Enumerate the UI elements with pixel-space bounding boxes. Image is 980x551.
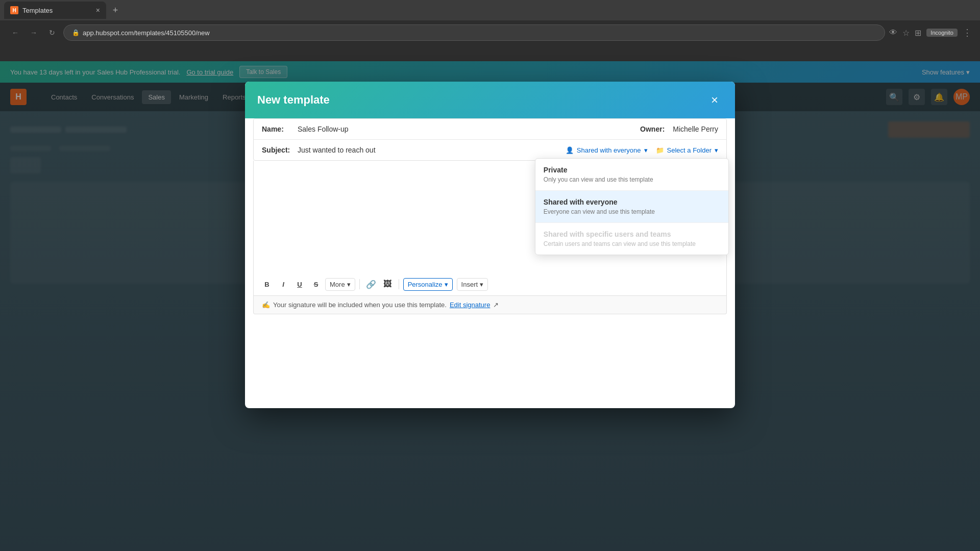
image-button[interactable]: 🖼	[380, 277, 395, 291]
folder-icon: 📁	[656, 146, 664, 154]
forward-button[interactable]: →	[27, 26, 41, 40]
bold-button[interactable]: B	[260, 277, 274, 291]
owner-value: Michelle Perry	[673, 125, 718, 133]
browser-chrome: H Templates × + ← → ↻ 🔒 app.hubspot.com/…	[0, 0, 980, 61]
eye-slash-icon: 👁	[889, 28, 897, 37]
link-button[interactable]: 🔗	[364, 277, 378, 291]
sharing-person-icon: 👤	[566, 146, 574, 154]
signature-icon: ✍	[262, 301, 270, 309]
sharing-option-specific[interactable]: Shared with specific users and teams Cer…	[535, 223, 728, 255]
incognito-badge: Incognito	[926, 29, 958, 37]
strikethrough-button[interactable]: S	[309, 277, 323, 291]
tab-close-button[interactable]: ×	[96, 6, 100, 14]
everyone-option-title: Shared with everyone	[544, 198, 720, 206]
signature-text: Your signature will be included when you…	[273, 301, 447, 309]
menu-icon[interactable]: ⋮	[963, 27, 972, 38]
refresh-button[interactable]: ↻	[45, 26, 59, 40]
page-background: You have 13 days left in your Sales Hub …	[0, 61, 980, 551]
more-dropdown-button[interactable]: More ▾	[325, 278, 355, 291]
sharing-option-everyone[interactable]: Shared with everyone Everyone can view a…	[535, 191, 728, 223]
back-button[interactable]: ←	[8, 26, 22, 40]
modal-close-button[interactable]: ×	[706, 92, 723, 108]
modal-header: New template ×	[245, 82, 735, 118]
edit-signature-link[interactable]: Edit signature	[450, 301, 491, 309]
italic-button[interactable]: I	[276, 277, 290, 291]
toolbar-separator-2	[399, 279, 399, 289]
specific-option-desc: Certain users and teams can view and use…	[544, 240, 720, 247]
new-tab-button[interactable]: +	[108, 3, 122, 17]
external-link-icon: ↗	[493, 301, 499, 309]
insert-chevron-icon: ▾	[480, 281, 483, 288]
private-option-desc: Only you can view and use this template	[544, 176, 720, 183]
layout-icon[interactable]: ⊞	[915, 28, 921, 38]
name-row: Name: Sales Follow-up Owner: Michelle Pe…	[254, 119, 726, 140]
browser-actions: 👁 ☆ ⊞ Incognito ⋮	[889, 27, 972, 38]
modal-title: New template	[257, 93, 330, 107]
new-template-modal: New template × Name: Sales Follow-up Own…	[245, 82, 735, 408]
sharing-option-private[interactable]: Private Only you can view and use this t…	[535, 159, 728, 191]
subject-value[interactable]: Just wanted to reach out	[298, 146, 566, 154]
toolbar-separator-1	[359, 279, 360, 289]
tab-favicon: H	[10, 6, 18, 14]
active-tab[interactable]: H Templates ×	[4, 2, 106, 19]
insert-dropdown-button[interactable]: Insert ▾	[457, 278, 488, 291]
owner-section: Owner: Michelle Perry	[640, 125, 718, 133]
sharing-label: Shared with everyone	[577, 146, 641, 154]
sharing-dropdown-trigger[interactable]: 👤 Shared with everyone ▾ Private Only yo…	[566, 146, 648, 154]
address-input[interactable]: 🔒 app.hubspot.com/templates/45105500/new	[63, 24, 885, 41]
underline-button[interactable]: U	[292, 277, 307, 291]
personalize-dropdown-button[interactable]: Personalize ▾	[403, 278, 453, 291]
sharing-chevron-icon: ▾	[644, 146, 648, 154]
tab-title: Templates	[22, 7, 53, 14]
subject-label: Subject:	[262, 146, 298, 154]
editor-toolbar: B I U S More ▾ 🔗 🖼 Personalize ▾	[253, 273, 727, 296]
everyone-option-desc: Everyone can view and use this template	[544, 208, 720, 215]
star-icon[interactable]: ☆	[902, 28, 910, 38]
modal-form: Name: Sales Follow-up Owner: Michelle Pe…	[253, 118, 727, 161]
sharing-dropdown: Private Only you can view and use this t…	[535, 158, 729, 255]
private-option-title: Private	[544, 166, 720, 174]
more-chevron-icon: ▾	[347, 281, 351, 288]
subject-row: Subject: Just wanted to reach out 👤 Shar…	[254, 140, 726, 160]
url-text: app.hubspot.com/templates/45105500/new	[83, 29, 210, 37]
name-label: Name:	[262, 125, 298, 133]
specific-option-title: Shared with specific users and teams	[544, 230, 720, 238]
folder-label: Select a Folder	[667, 146, 712, 154]
owner-label: Owner:	[640, 125, 665, 133]
personalize-chevron-icon: ▾	[445, 281, 448, 288]
sharing-folder-section: 👤 Shared with everyone ▾ Private Only yo…	[566, 146, 718, 154]
name-value[interactable]: Sales Follow-up	[298, 125, 640, 133]
address-bar-row: ← → ↻ 🔒 app.hubspot.com/templates/451055…	[0, 20, 980, 45]
tab-bar: H Templates × +	[0, 0, 980, 20]
select-folder-button[interactable]: 📁 Select a Folder ▾	[656, 146, 718, 154]
folder-chevron-icon: ▾	[715, 146, 718, 154]
modal-overlay: New template × Name: Sales Follow-up Own…	[0, 61, 980, 551]
signature-bar: ✍ Your signature will be included when y…	[253, 296, 727, 314]
